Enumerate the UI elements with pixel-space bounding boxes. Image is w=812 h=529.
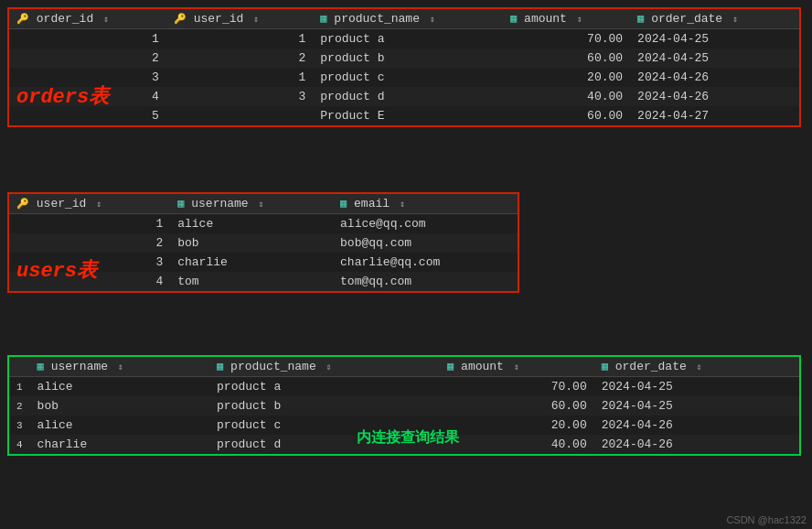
table-row: 5 Product E 60.00 2024-04-27	[9, 106, 799, 125]
cell-rownum: 2	[9, 396, 30, 416]
cell-order_id: 2	[9, 49, 166, 68]
grid-icon	[447, 360, 454, 373]
cell-product_name: product a	[313, 29, 503, 49]
orders-table-label: orders表	[16, 82, 109, 110]
grid-icon	[340, 197, 347, 211]
table-row: 2 bob product b 60.00 2024-04-25	[9, 396, 799, 416]
result-col-username[interactable]: username ⇕	[30, 357, 209, 377]
cell-order_date: 2024-04-25	[630, 49, 799, 68]
cell-amount: 70.00	[503, 29, 630, 49]
table-row: 4 3 product d 40.00 2024-04-26	[9, 87, 799, 106]
result-col-order_date[interactable]: order_date ⇕	[594, 357, 799, 377]
cell-email: charlie@qq.com	[333, 253, 518, 272]
grid-icon	[320, 12, 326, 26]
users-col-email[interactable]: email ⇕	[333, 194, 518, 214]
users-table-label: users表	[16, 256, 97, 284]
cell-order_date: 2024-04-25	[594, 396, 799, 416]
users-col-user_id[interactable]: user_id ⇕	[9, 194, 170, 214]
orders-col-product_name[interactable]: product_name ⇕	[313, 9, 503, 29]
orders-col-order_date[interactable]: order_date ⇕	[630, 9, 799, 29]
cell-user_id: 1	[166, 68, 313, 87]
table-row: 2 2 product b 60.00 2024-04-25	[9, 49, 799, 68]
cell-email: bob@qq.com	[333, 233, 518, 253]
cell-username: bob	[30, 396, 209, 416]
result-col-product_name[interactable]: product_name ⇕	[209, 357, 440, 377]
cell-rownum: 3	[9, 416, 30, 435]
cell-order_date: 2024-04-25	[594, 377, 799, 397]
cell-user_id: 3	[166, 87, 313, 106]
orders-col-amount[interactable]: amount ⇕	[503, 9, 630, 29]
cell-amount: 60.00	[503, 49, 630, 68]
cell-order_date: 2024-04-25	[630, 29, 799, 49]
table-row: 1 alice alice@qq.com	[9, 214, 518, 234]
result-rownum-header	[9, 357, 30, 377]
grid-icon	[637, 12, 644, 26]
key-icon	[16, 197, 29, 211]
key-icon	[16, 12, 29, 26]
cell-product_name: product a	[209, 377, 440, 397]
cell-email: alice@qq.com	[333, 214, 518, 234]
cell-user_id: 2	[9, 233, 170, 253]
table-row: 3 1 product c 20.00 2024-04-26	[9, 68, 799, 87]
cell-amount: 70.00	[440, 377, 594, 397]
table-row: 2 bob bob@qq.com	[9, 233, 518, 253]
cell-username: alice	[30, 377, 209, 397]
key-icon	[174, 12, 187, 26]
users-col-username[interactable]: username ⇕	[170, 194, 333, 214]
cell-order_date: 2024-04-27	[630, 106, 799, 125]
watermark: CSDN @hac1322	[726, 514, 807, 525]
orders-col-user_id[interactable]: user_id ⇕	[166, 9, 313, 29]
cell-product_name: product b	[313, 49, 503, 68]
cell-product_name: product b	[209, 396, 440, 416]
table-row: 1 alice product a 70.00 2024-04-25	[9, 377, 799, 397]
cell-username: bob	[170, 233, 333, 253]
cell-amount: 40.00	[440, 435, 594, 454]
cell-order_date: 2024-04-26	[594, 416, 799, 435]
cell-amount: 20.00	[503, 68, 630, 87]
cell-user_id: 1	[9, 214, 170, 234]
cell-username: alice	[30, 416, 209, 435]
orders-table: order_id ⇕ user_id ⇕ product_name ⇕ amou…	[9, 9, 799, 125]
grid-icon	[217, 360, 223, 373]
cell-order_id: 1	[9, 29, 166, 49]
cell-username: tom	[170, 272, 333, 291]
cell-user_id: 1	[166, 29, 313, 49]
cell-amount: 60.00	[503, 106, 630, 125]
orders-table-container: order_id ⇕ user_id ⇕ product_name ⇕ amou…	[7, 7, 801, 127]
result-col-amount[interactable]: amount ⇕	[440, 357, 594, 377]
cell-username: charlie	[30, 435, 209, 454]
cell-product_name: product d	[313, 87, 503, 106]
cell-rownum: 4	[9, 435, 30, 454]
orders-col-order_id[interactable]: order_id ⇕	[9, 9, 166, 29]
cell-product_name: product c	[313, 68, 503, 87]
cell-amount: 40.00	[503, 87, 630, 106]
result-table-label: 内连接查询结果	[357, 428, 459, 448]
cell-user_id	[166, 106, 313, 125]
cell-product_name: Product E	[313, 106, 503, 125]
grid-icon	[510, 12, 517, 26]
cell-rownum: 1	[9, 377, 30, 397]
cell-user_id: 2	[166, 49, 313, 68]
cell-amount: 20.00	[440, 416, 594, 435]
cell-amount: 60.00	[440, 396, 594, 416]
cell-order_date: 2024-04-26	[594, 435, 799, 454]
grid-icon	[177, 197, 184, 211]
cell-username: alice	[170, 214, 333, 234]
grid-icon	[602, 360, 608, 373]
cell-username: charlie	[170, 253, 333, 272]
cell-order_date: 2024-04-26	[630, 68, 799, 87]
table-row: 1 1 product a 70.00 2024-04-25	[9, 29, 799, 49]
grid-icon	[37, 360, 44, 373]
cell-order_date: 2024-04-26	[630, 87, 799, 106]
cell-email: tom@qq.com	[333, 272, 518, 291]
